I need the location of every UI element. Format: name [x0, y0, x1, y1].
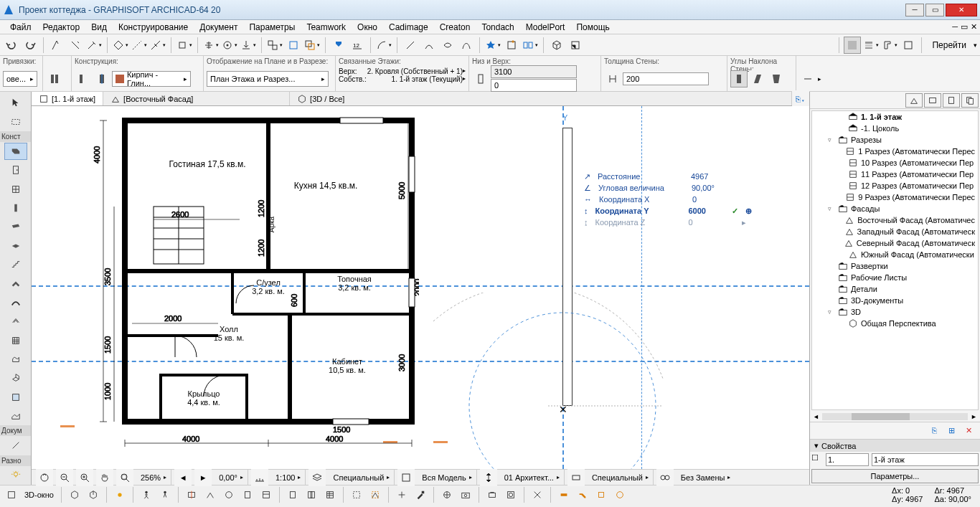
props-settings-button[interactable]: Параметры... — [811, 469, 979, 483]
props-name[interactable]: 1-й этаж — [872, 453, 979, 466]
wall-icon-button[interactable] — [46, 70, 63, 87]
snap-button[interactable] — [176, 37, 193, 54]
nav-add-button[interactable]: ⊞ — [944, 424, 958, 437]
skylight-tool[interactable] — [4, 313, 27, 330]
status-mep2-button[interactable] — [574, 488, 591, 502]
gravity-button[interactable] — [240, 37, 257, 54]
menu-modelport[interactable]: ModelPort — [520, 22, 571, 32]
arc-button[interactable] — [375, 37, 392, 54]
profile-button[interactable] — [881, 37, 898, 54]
menu-window[interactable]: Окно — [352, 22, 383, 32]
status-xref-button[interactable] — [529, 488, 546, 502]
tree-node[interactable]: ▿Разрезы — [812, 134, 978, 146]
nav-tab-layout[interactable] — [943, 93, 960, 108]
marquee-tool[interactable] — [4, 113, 27, 130]
props-id[interactable]: 1. — [826, 453, 869, 466]
grid-snap-button[interactable] — [202, 37, 220, 54]
menu-options[interactable]: Параметры — [243, 22, 301, 32]
quick-layerset[interactable]: 01 Архитект... — [504, 473, 554, 482]
arc3-button[interactable] — [458, 37, 475, 54]
object-tool[interactable] — [4, 369, 27, 387]
status-renov-button[interactable] — [412, 488, 429, 502]
toolbox-cat-design[interactable]: Конст — [0, 131, 31, 142]
status-camera-button[interactable] — [457, 488, 474, 502]
status-elev-button[interactable] — [202, 488, 219, 502]
status-ref-button[interactable] — [367, 488, 384, 502]
drawing-canvas[interactable]: Y ✕ ↗Расстояние4967 ∠Угловая величина90,… — [32, 106, 809, 469]
undo-button[interactable] — [3, 37, 20, 54]
zoom-out-button[interactable] — [56, 469, 73, 486]
inject-button[interactable] — [67, 37, 84, 54]
top-link-value[interactable]: 2. Кровля (Собственный + 1) — [367, 67, 463, 75]
tab-overflow-button[interactable]: ⎘▾ — [792, 90, 809, 108]
close-button[interactable]: ✕ — [946, 4, 977, 16]
maximize-button[interactable]: ▭ — [925, 4, 944, 16]
tab-floor-plan[interactable]: [1. 1-й этаж] — [32, 92, 103, 105]
tracker-y-value[interactable]: 6000 — [689, 207, 725, 215]
surface-button[interactable] — [900, 37, 917, 54]
scale-value[interactable]: 1:100 — [275, 473, 296, 482]
redo-button[interactable] — [22, 37, 39, 54]
orbit-button[interactable] — [36, 469, 53, 486]
view-angle[interactable]: 0,00° — [219, 473, 237, 482]
tree-node[interactable]: Общая Перспектива — [812, 318, 978, 329]
tab-3d[interactable]: [3D / Все] — [290, 92, 792, 105]
status-book-button[interactable] — [303, 488, 320, 502]
status-plan-button[interactable] — [3, 488, 20, 502]
new-view-button[interactable] — [503, 37, 520, 54]
magic-wand-button[interactable] — [85, 37, 103, 54]
menu-tondach[interactable]: Tondach — [476, 22, 519, 32]
nav-delete-button[interactable]: ✕ — [961, 424, 976, 437]
quick-model[interactable]: Вся Модель — [422, 473, 466, 482]
roof-tool[interactable] — [4, 275, 27, 292]
menu-edit[interactable]: Редактор — [37, 22, 86, 32]
tree-node[interactable]: Рабочие Листы — [812, 272, 978, 283]
status-cube1-button[interactable] — [66, 488, 83, 502]
status-trace-button[interactable] — [348, 488, 365, 502]
nav-new-button[interactable]: ⎘ — [927, 424, 941, 437]
tree-node[interactable]: 12 Разрез (Автоматически Пер — [812, 180, 978, 191]
props-header[interactable]: Свойства — [821, 442, 856, 450]
window-tool[interactable] — [4, 181, 27, 198]
status-cube2-button[interactable] — [85, 488, 102, 502]
tree-node[interactable]: Северный Фасад (Автоматическ — [812, 237, 978, 249]
status-grid-button[interactable] — [393, 488, 410, 502]
menu-teamwork[interactable]: Teamwork — [301, 22, 352, 32]
status-section-button[interactable] — [183, 488, 200, 502]
tree-node[interactable]: Восточный Фасад (Автоматичес — [812, 214, 978, 226]
zoom-in-button[interactable] — [76, 469, 93, 486]
minimize-button[interactable]: ─ — [905, 4, 924, 16]
status-detail-button[interactable] — [220, 488, 237, 502]
tree-node[interactable]: 10 Разрез (Автоматически Пер — [812, 157, 978, 169]
menu-cadimage[interactable]: Cadimage — [383, 22, 434, 32]
tree-node[interactable]: -1. Цоколь — [812, 123, 978, 134]
tree-node[interactable]: 3D-документы — [812, 295, 978, 306]
status-explore-button[interactable] — [156, 488, 174, 502]
status-walk-button[interactable] — [138, 488, 155, 502]
status-layout-button[interactable] — [284, 488, 301, 502]
ruler-button[interactable] — [112, 37, 129, 54]
menu-help[interactable]: Помощь — [570, 22, 615, 32]
floor-plan-button[interactable] — [567, 37, 584, 54]
suspend-groups-button[interactable] — [266, 37, 283, 54]
status-mep3-button[interactable] — [593, 488, 610, 502]
tree-node[interactable]: ▿Фасады — [812, 203, 978, 214]
menu-design[interactable]: Конструирование — [113, 22, 194, 32]
nav-tab-project[interactable] — [905, 93, 923, 108]
tree-node[interactable]: 1. 1-й этаж — [812, 111, 978, 123]
arc2-button[interactable] — [439, 37, 456, 54]
line1-button[interactable] — [402, 37, 419, 54]
status-cut-button[interactable] — [438, 488, 456, 502]
status-3ddoc-button[interactable] — [258, 488, 275, 502]
menu-creaton[interactable]: Creaton — [434, 22, 476, 32]
composite-button[interactable] — [862, 37, 880, 54]
3d-window-button[interactable] — [548, 37, 565, 54]
arrow-tool[interactable] — [4, 94, 27, 111]
bottom-height-input[interactable] — [491, 79, 577, 92]
thickness-input[interactable] — [623, 72, 709, 85]
goto-chevron-icon[interactable]: ▾ — [974, 42, 977, 49]
menu-view[interactable]: Вид — [85, 22, 113, 32]
lamp-tool[interactable] — [4, 467, 27, 484]
status-mep4-button[interactable] — [611, 488, 628, 502]
curtain-wall-tool[interactable] — [4, 331, 27, 349]
